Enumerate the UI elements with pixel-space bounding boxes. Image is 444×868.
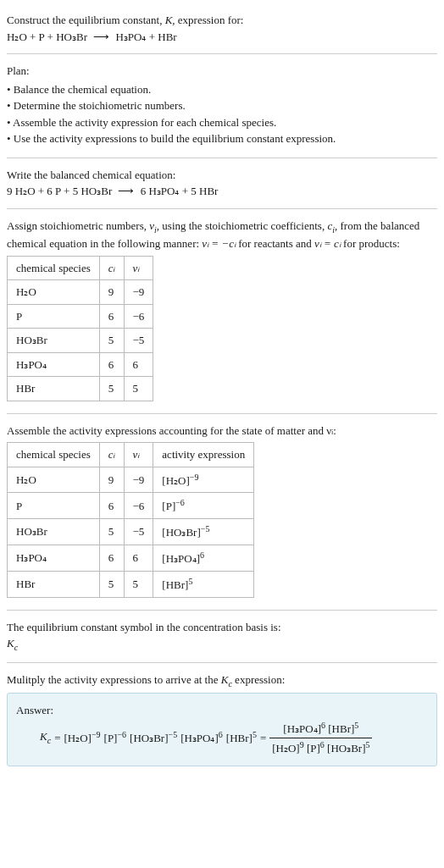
- header-text-b: , expression for:: [172, 14, 243, 26]
- table-row: HO₃Br5−5[HO₃Br]−5: [8, 519, 254, 545]
- symbol-text: The equilibrium constant symbol in the c…: [7, 621, 281, 633]
- cell: 5: [99, 519, 124, 545]
- stoich-table: chemical species cᵢ νᵢ H₂O9−9 P6−6 HO₃Br…: [7, 256, 153, 401]
- plan-item: Assemble the activity expression for eac…: [7, 114, 437, 131]
- activity-title: Assemble the activity expressions accoun…: [7, 424, 336, 437]
- cell: P: [8, 304, 100, 329]
- divider: [7, 208, 437, 209]
- cell: HO₃Br: [8, 519, 100, 545]
- table-row: H₂O9−9: [8, 280, 153, 305]
- balanced-title: Write the balanced chemical equation:: [7, 169, 175, 181]
- divider: [7, 413, 437, 414]
- cell: 5: [99, 377, 124, 401]
- arrow-icon: ⟶: [93, 30, 109, 43]
- plan-section: Plan: Balance the chemical equation. Det…: [7, 58, 437, 154]
- cell: HBr: [8, 377, 100, 401]
- cell: H₃PO₄: [8, 545, 100, 572]
- cell: −9: [124, 280, 153, 305]
- balanced-left: 9 H₂O + 6 P + 5 HO₃Br: [7, 185, 112, 197]
- cell: HO₃Br: [8, 329, 100, 353]
- cell: 9: [99, 280, 124, 305]
- activity-section: Assemble the activity expressions accoun…: [7, 417, 437, 606]
- plan-item: Use the activity expressions to build th…: [7, 130, 437, 147]
- cell: −9: [124, 467, 153, 493]
- table-row: H₃PO₄66: [8, 352, 153, 377]
- col-header: chemical species: [8, 443, 100, 467]
- cell: [H₂O]−9: [153, 467, 254, 493]
- cell: 9: [99, 467, 124, 493]
- cell: 5: [99, 571, 124, 597]
- arrow-icon: ⟶: [118, 185, 134, 197]
- table-row: HBr55[HBr]5: [8, 571, 254, 597]
- cell: 6: [99, 545, 124, 572]
- kc-symbol: Kc: [7, 637, 18, 650]
- cell: −5: [124, 329, 153, 353]
- cell: −5: [124, 519, 153, 545]
- cell: −6: [124, 304, 153, 329]
- cell: 5: [124, 377, 153, 401]
- table-row: P6−6: [8, 304, 153, 329]
- multiply-text: Mulitply the activity expressions to arr…: [7, 673, 221, 686]
- header-text: Construct the equilibrium constant,: [7, 14, 165, 26]
- multiply-text: expression:: [232, 673, 285, 686]
- stoich-section: Assign stoichiometric numbers, νi, using…: [7, 213, 437, 410]
- cell: 6: [99, 304, 124, 329]
- symbol-section: The equilibrium constant symbol in the c…: [7, 614, 437, 659]
- cell: HBr: [8, 571, 100, 597]
- table-row: HBr55: [8, 377, 153, 401]
- divider: [7, 610, 437, 611]
- table-row: H₂O9−9[H₂O]−9: [8, 467, 254, 493]
- cell: [P]−6: [153, 493, 254, 519]
- cell: 6: [99, 352, 124, 377]
- cell: 6: [124, 352, 153, 377]
- balanced-section: Write the balanced chemical equation: 9 …: [7, 162, 437, 205]
- plan-item: Determine the stoichiometric numbers.: [7, 97, 437, 114]
- fraction: [H₃PO₄]6 [HBr]5 [H₂O]9 [P]6 [HO₃Br]5: [269, 719, 372, 757]
- cell: 5: [99, 329, 124, 353]
- kc-symbol: Kc: [221, 673, 232, 686]
- cell: [HBr]5: [153, 571, 254, 597]
- answer-expression: Kc = [H₂O]−9 [P]−6 [HO₃Br]−5 [H₃PO₄]6 [H…: [16, 719, 428, 757]
- table-header-row: chemical species cᵢ νᵢ: [8, 256, 153, 280]
- reaction-right: H₃PO₄ + HBr: [115, 30, 176, 43]
- divider: [7, 662, 437, 663]
- plan-title: Plan:: [7, 64, 30, 77]
- plan-item: Balance the chemical equation.: [7, 81, 437, 98]
- stoich-text: , using the stoichiometric coefficients,: [157, 219, 328, 232]
- cell: P: [8, 493, 100, 519]
- nu-symbol: νi: [149, 219, 157, 232]
- col-header: νᵢ: [124, 443, 153, 467]
- table-row: HO₃Br5−5: [8, 329, 153, 353]
- col-header: νᵢ: [124, 256, 153, 280]
- c-symbol: ci: [327, 219, 335, 232]
- col-header: chemical species: [8, 256, 100, 280]
- stoich-text: for reactants and: [236, 237, 314, 250]
- divider: [7, 158, 437, 158]
- col-header: activity expression: [153, 443, 254, 467]
- multiply-section: Mulitply the activity expressions to arr…: [7, 666, 437, 771]
- reaction-left: H₂O + P + HO₃Br: [7, 30, 87, 43]
- activity-table: chemical species cᵢ νᵢ activity expressi…: [7, 442, 254, 598]
- stoich-text: for products:: [341, 237, 400, 250]
- cell: 5: [124, 571, 153, 597]
- table-row: P6−6[P]−6: [8, 493, 254, 519]
- col-header: cᵢ: [99, 256, 124, 280]
- header-section: Construct the equilibrium constant, K, e…: [7, 7, 437, 50]
- cell: 6: [99, 493, 124, 519]
- cell: H₃PO₄: [8, 352, 100, 377]
- balanced-right: 6 H₃PO₄ + 5 HBr: [141, 185, 219, 197]
- divider: [7, 53, 437, 54]
- stoich-text: Assign stoichiometric numbers,: [7, 219, 149, 232]
- cell: −6: [124, 493, 153, 519]
- table-header-row: chemical species cᵢ νᵢ activity expressi…: [8, 443, 254, 467]
- answer-box: Answer: Kc = [H₂O]−9 [P]−6 [HO₃Br]−5 [H₃…: [7, 693, 437, 766]
- cell: 6: [124, 545, 153, 572]
- col-header: cᵢ: [99, 443, 124, 467]
- stoich-eq1: νᵢ = −cᵢ: [202, 237, 236, 250]
- cell: H₂O: [8, 467, 100, 493]
- cell: H₂O: [8, 280, 100, 305]
- stoich-eq2: νᵢ = cᵢ: [314, 237, 341, 250]
- answer-label: Answer:: [16, 702, 428, 719]
- table-row: H₃PO₄66[H₃PO₄]6: [8, 545, 254, 572]
- cell: [H₃PO₄]6: [153, 545, 254, 572]
